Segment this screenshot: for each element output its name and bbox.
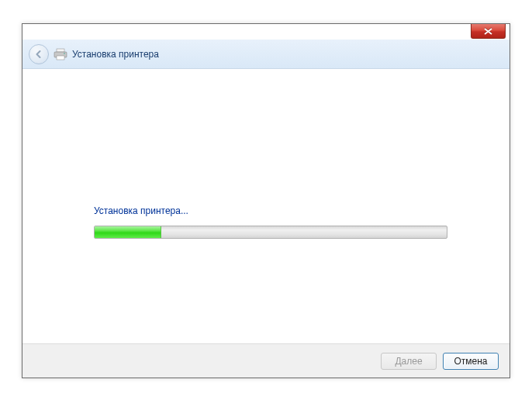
footer-bar: Далее Отмена — [22, 343, 510, 378]
next-button: Далее — [381, 353, 437, 370]
svg-rect-0 — [57, 49, 64, 52]
svg-point-3 — [64, 53, 65, 54]
back-button — [29, 44, 49, 64]
close-icon — [484, 28, 492, 35]
content-area: Установка принтера... — [22, 69, 510, 343]
header-title: Установка принтера — [72, 49, 159, 60]
progress-bar — [94, 226, 447, 239]
svg-rect-2 — [57, 56, 64, 60]
back-arrow-icon — [33, 49, 44, 60]
progress-fill — [95, 226, 161, 238]
printer-icon — [54, 48, 67, 60]
status-text: Установка принтера... — [94, 205, 188, 216]
close-button[interactable] — [471, 24, 506, 39]
cancel-button[interactable]: Отмена — [443, 353, 499, 370]
header-bar: Установка принтера — [22, 40, 510, 69]
titlebar — [22, 24, 510, 40]
wizard-window: Установка принтера Установка принтера...… — [22, 23, 510, 378]
